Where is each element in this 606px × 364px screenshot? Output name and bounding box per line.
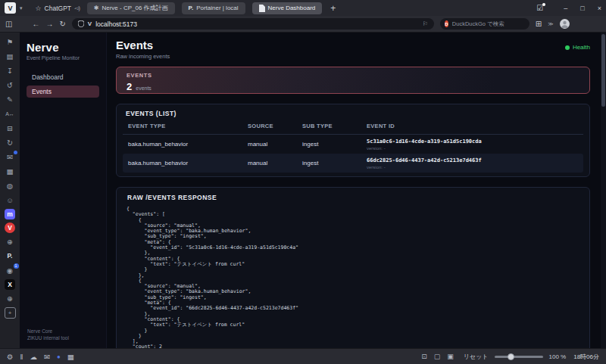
- raw-response-card: RAW /EVENTS RESPONSE { "events": [ { "so…: [116, 187, 590, 348]
- tab-label: Portainer | local: [196, 5, 238, 11]
- github-icon[interactable]: ◉1: [5, 265, 16, 276]
- shield-icon[interactable]: [78, 20, 84, 27]
- forward-button[interactable]: →: [45, 20, 53, 28]
- app-title: Nerve: [27, 41, 99, 54]
- portainer-panel-icon[interactable]: P.: [5, 250, 16, 262]
- site-badge-icon: V: [88, 20, 92, 27]
- minimize-button[interactable]: –: [564, 5, 567, 12]
- zoom-reset-button[interactable]: リセット: [464, 353, 489, 361]
- history-icon[interactable]: ↺: [5, 79, 16, 91]
- mail-icon[interactable]: ✉: [5, 151, 16, 163]
- scrollbar-thumb[interactable]: [601, 34, 605, 107]
- vivaldi-menu-button[interactable]: V: [5, 2, 16, 14]
- zoom-slider-knob[interactable]: [508, 353, 514, 360]
- tab-portainer[interactable]: P. Portainer | local: [182, 2, 245, 14]
- zoom-slider[interactable]: [495, 356, 543, 358]
- pause-animations-icon[interactable]: ‖: [20, 353, 23, 361]
- address-toolbar: ◫ ← → ↻ V localhost:5173 ⚐ D ⊞ ≫: [0, 16, 606, 33]
- events-summary-card: EVENTS 2 events: [116, 67, 590, 94]
- raw-json-text: { "events": [ { "source": "manual", "eve…: [127, 207, 582, 348]
- table-header: EVENT TYPE SOURCE SUB TYPE EVENT ID: [123, 123, 583, 135]
- new-tab-button[interactable]: +: [330, 3, 336, 14]
- page-subtitle: Raw incoming events: [116, 53, 170, 60]
- tab-label: Nerve - CP_06 作成計画: [102, 4, 167, 12]
- maximize-button[interactable]: □: [580, 5, 584, 12]
- star-icon: ☆: [36, 5, 42, 12]
- audio-speaker-icon: ◅): [74, 5, 80, 11]
- back-button[interactable]: ←: [32, 20, 39, 28]
- tasks-status-icon[interactable]: ▦: [67, 353, 74, 361]
- chat-status-icon[interactable]: ●: [57, 353, 61, 360]
- add-web-panel-icon[interactable]: +: [5, 307, 16, 319]
- downloads-icon[interactable]: ↧: [5, 65, 16, 76]
- calendar-icon[interactable]: ▦: [5, 166, 16, 177]
- chevron-down-icon[interactable]: ▾: [20, 5, 23, 11]
- zoom-level: 100 %: [549, 353, 567, 360]
- close-button[interactable]: ×: [598, 5, 601, 12]
- tab-nerve-dashboard[interactable]: Nerve Dashboard: [252, 2, 323, 14]
- reading-list-icon[interactable]: ▤: [5, 51, 16, 62]
- summary-label: EVENTS: [127, 72, 579, 79]
- tiling-icon[interactable]: ▢: [434, 353, 441, 360]
- bookmark-flag-icon[interactable]: ⚐: [423, 20, 428, 27]
- tab-bar: V ▾ ☆ ChatGPT ◅) ✱ Nerve - CP_06 作成計画 P.…: [0, 0, 606, 16]
- search-input[interactable]: [452, 20, 525, 27]
- cell-sub-type: ingest: [302, 160, 367, 166]
- translate-icon[interactable]: A↔: [5, 108, 16, 120]
- cell-event-type: baka.human_behavior: [128, 141, 248, 148]
- feeds-icon[interactable]: ◍: [5, 180, 16, 191]
- sidebar-footer: Nerve Core ZIKUU internal tool: [27, 328, 69, 341]
- table-row[interactable]: baka.human_behavior manual ingest 66dc28…: [123, 154, 583, 173]
- gear-favicon-icon: ✱: [94, 5, 99, 11]
- bookmarks-icon[interactable]: ⚑: [5, 36, 16, 48]
- mastodon-icon[interactable]: m: [5, 209, 15, 219]
- reload-button[interactable]: ↻: [59, 20, 65, 28]
- print-icon[interactable]: ⊟: [5, 123, 16, 134]
- mail-status-icon[interactable]: ✉: [44, 353, 50, 361]
- url-text[interactable]: localhost:5173: [95, 20, 137, 28]
- sync-loop-icon[interactable]: ↻: [5, 137, 16, 148]
- sidebar-item-dashboard[interactable]: Dashboard: [27, 71, 99, 82]
- image-toggle-icon[interactable]: ▣: [447, 353, 454, 360]
- events-count: 2: [127, 81, 132, 92]
- app-sidebar: Nerve Event Pipeline Monitor Dashboard E…: [20, 33, 107, 348]
- search-field[interactable]: D: [440, 18, 529, 30]
- app-subtitle: Event Pipeline Monitor: [27, 55, 99, 61]
- health-dot-icon: [565, 45, 570, 50]
- events-list-title: EVENTS (LIST): [123, 110, 583, 117]
- extensions-icon[interactable]: ≫: [548, 21, 553, 27]
- contacts-icon[interactable]: ☺: [5, 194, 16, 206]
- sidebar-item-events[interactable]: Events: [27, 86, 99, 98]
- address-bar[interactable]: V localhost:5173 ⚐: [72, 18, 434, 30]
- panel-toggle-icon[interactable]: ◫: [5, 20, 12, 28]
- col-source: SOURCE: [248, 123, 302, 129]
- tab-nerve-plan[interactable]: ✱ Nerve - CP_06 作成計画: [87, 2, 175, 14]
- web-panel-globe-icon[interactable]: ⊕: [5, 236, 16, 247]
- sync-status-icon[interactable]: ☑: [536, 4, 543, 12]
- status-bar: ⚙ ‖ ☁ ✉ ● ▦ ⊡ ▢ ▣ リセット 100 % 18時06分: [0, 348, 606, 364]
- capture-icon[interactable]: ⊡: [421, 353, 427, 360]
- health-status: Health: [565, 44, 590, 51]
- cloud-sync-icon[interactable]: ☁: [30, 353, 37, 361]
- x-twitter-icon[interactable]: X: [5, 279, 15, 290]
- footer-line1: Nerve Core: [27, 328, 69, 334]
- workspaces-icon[interactable]: ⊞: [536, 20, 542, 28]
- vivaldi-social-icon[interactable]: V: [5, 222, 15, 233]
- cell-event-type: baka.human_behavior: [128, 160, 248, 166]
- tab-chatgpt[interactable]: ☆ ChatGPT ◅): [36, 5, 80, 12]
- settings-gear-icon[interactable]: ⚙: [7, 353, 14, 361]
- tab-label: ChatGPT: [45, 5, 71, 12]
- col-event-type: EVENT TYPE: [128, 123, 248, 129]
- profile-avatar[interactable]: [560, 19, 570, 29]
- main-content: Events Raw incoming events Health EVENTS…: [107, 33, 601, 348]
- table-row[interactable]: baka.human_behavior manual ingest 5c31a0…: [123, 135, 583, 154]
- cell-sub-type: ingest: [302, 141, 367, 148]
- cell-event-id: 66dc2825-6d46-4437-a42d-c5213e7d463f ver…: [367, 157, 583, 170]
- notes-icon[interactable]: ✎: [5, 94, 16, 105]
- events-unit: events: [136, 86, 152, 91]
- page-title: Events: [116, 39, 170, 51]
- globe-icon[interactable]: ⊕: [5, 293, 16, 304]
- page-scrollbar[interactable]: [601, 33, 606, 348]
- nerve-dashboard-page: Nerve Event Pipeline Monitor Dashboard E…: [20, 33, 606, 348]
- footer-line2: ZIKUU internal tool: [27, 334, 69, 341]
